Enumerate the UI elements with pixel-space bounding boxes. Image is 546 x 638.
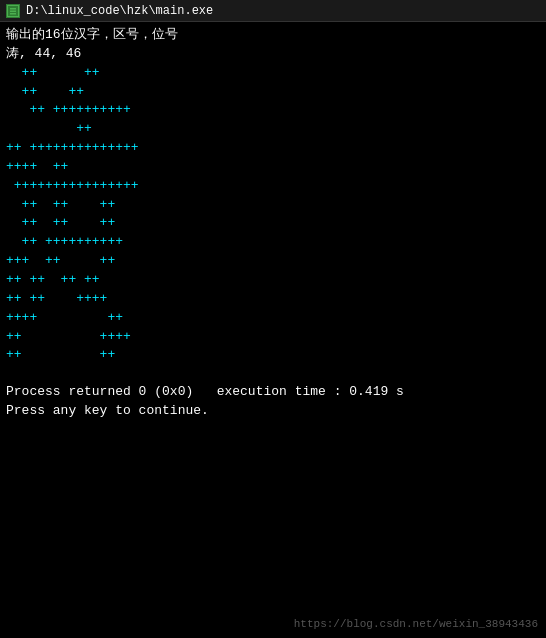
console-line-19: Process returned 0 (0x0) execution time … <box>6 383 540 402</box>
console-line-14: ++ ++ ++++ <box>6 290 540 309</box>
console-line-16: ++ ++++ <box>6 328 540 347</box>
console-line-6: ++ ++++++++++++++ <box>6 139 540 158</box>
console-line-8: ++++++++++++++++ <box>6 177 540 196</box>
console-line-5: ++ <box>6 120 540 139</box>
console-line-9: ++ ++ ++ <box>6 196 540 215</box>
console-line-11: ++ ++++++++++ <box>6 233 540 252</box>
svg-rect-3 <box>10 13 16 15</box>
console-line-15: ++++ ++ <box>6 309 540 328</box>
console-line-3: ++ ++ <box>6 83 540 102</box>
console-line-20: Press any key to continue. <box>6 402 540 421</box>
window: D:\linux_code\hzk\main.exe 输出的16位汉字，区号，位… <box>0 0 546 638</box>
title-text: D:\linux_code\hzk\main.exe <box>26 4 213 18</box>
window-icon <box>6 4 20 18</box>
console-line-12: +++ ++ ++ <box>6 252 540 271</box>
title-bar: D:\linux_code\hzk\main.exe <box>0 0 546 22</box>
console-line-10: ++ ++ ++ <box>6 214 540 233</box>
svg-rect-1 <box>10 8 16 10</box>
console-area: 输出的16位汉字，区号，位号涛, 44, 46 ++ ++ ++ ++ ++ +… <box>0 22 546 638</box>
svg-rect-2 <box>10 10 16 12</box>
console-line-2: ++ ++ <box>6 64 540 83</box>
console-line-0: 输出的16位汉字，区号，位号 <box>6 26 540 45</box>
console-line-4: ++ ++++++++++ <box>6 101 540 120</box>
console-line-7: ++++ ++ <box>6 158 540 177</box>
console-line-17: ++ ++ <box>6 346 540 365</box>
watermark: https://blog.csdn.net/weixin_38943436 <box>294 618 538 630</box>
console-line-18 <box>6 365 540 383</box>
console-line-1: 涛, 44, 46 <box>6 45 540 64</box>
console-line-13: ++ ++ ++ ++ <box>6 271 540 290</box>
